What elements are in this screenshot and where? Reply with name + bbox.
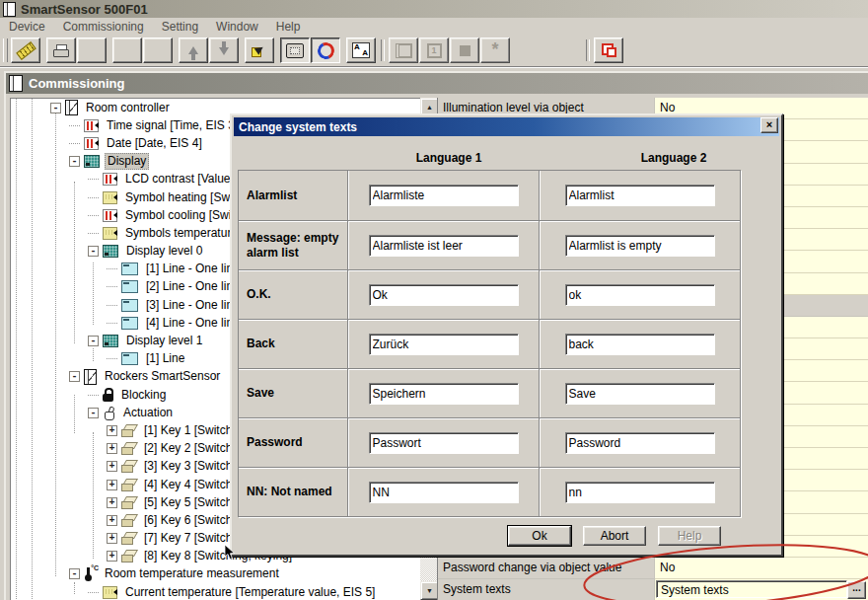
tree-item[interactable]: Current temperature [Temperature value, …: [11, 583, 421, 600]
property-edit[interactable]: System texts: [656, 580, 847, 598]
tree-expander-plus[interactable]: +: [107, 480, 117, 490]
toolbar-separator: [586, 39, 590, 61]
language1-input[interactable]: [369, 383, 519, 405]
move-down-button[interactable]: [209, 38, 239, 63]
list-view-button[interactable]: [112, 38, 142, 63]
menu-item-device[interactable]: Device: [0, 19, 54, 35]
device-icon: [65, 100, 78, 115]
language2-input[interactable]: [565, 383, 715, 405]
language1-input[interactable]: [369, 185, 519, 206]
line-icon: [121, 280, 138, 293]
dialog-title-bar[interactable]: Change system texts: [234, 117, 779, 136]
ellipsis-button[interactable]: ...: [847, 581, 866, 599]
tree-expander-plus[interactable]: +: [107, 497, 117, 508]
tree-expander-plus[interactable]: +: [107, 515, 117, 526]
language1-input[interactable]: [369, 284, 519, 306]
tree-item-label: [1] Line - One line: [143, 262, 243, 276]
language1-cell: [347, 320, 539, 368]
menu-item-help[interactable]: Help: [267, 19, 310, 35]
key-icon: [121, 532, 136, 545]
language2-header: Language 2: [575, 151, 772, 165]
tree-connector: [88, 233, 99, 234]
menu-item-window[interactable]: Window: [207, 19, 267, 35]
dialog-row-label: Password: [239, 418, 347, 467]
export-icon: [252, 43, 267, 57]
language2-input[interactable]: [565, 432, 715, 454]
tree-expander-minus[interactable]: -: [69, 568, 80, 579]
change-system-texts-dialog: Change system texts × Language 1 Languag…: [230, 113, 783, 557]
language2-input[interactable]: [565, 334, 715, 355]
tree-expander-plus[interactable]: +: [107, 443, 117, 454]
export-button[interactable]: [245, 38, 274, 63]
language2-cell: [539, 369, 740, 417]
tree-view-button[interactable]: [143, 38, 173, 63]
tree-expander-minus[interactable]: -: [88, 246, 99, 257]
menu-item-setting[interactable]: Setting: [153, 19, 207, 35]
print-button[interactable]: [46, 38, 76, 63]
app-icon: [3, 2, 16, 17]
tree-expander-minus[interactable]: -: [88, 408, 99, 418]
language1-input[interactable]: [369, 432, 519, 454]
dialog-row-label: Back: [239, 320, 347, 368]
device-icon: [84, 369, 97, 385]
toolbar-grip[interactable]: [3, 38, 8, 62]
property-row: System textsSystem texts...: [438, 579, 868, 600]
tree-item[interactable]: -Room temperature measurement: [11, 565, 421, 583]
tree-item-label: Blocking: [118, 388, 169, 403]
print-preview-button[interactable]: [77, 38, 107, 63]
language1-input[interactable]: [369, 235, 519, 257]
move-up-button[interactable]: [179, 38, 208, 63]
rename-icon: [352, 42, 370, 58]
toolbar-separator: [381, 39, 385, 61]
group-address-button[interactable]: [594, 38, 623, 63]
rename-button[interactable]: [346, 38, 376, 63]
language2-cell: [539, 270, 740, 319]
measure-button[interactable]: [11, 38, 40, 63]
tree-expander-minus[interactable]: -: [69, 156, 80, 167]
language2-input[interactable]: [565, 185, 715, 206]
tree-expander-minus[interactable]: -: [50, 103, 61, 113]
connect-icon: [396, 43, 412, 58]
tree-expander-plus[interactable]: +: [107, 551, 117, 562]
language2-input[interactable]: [565, 482, 715, 503]
flash-button: [480, 38, 510, 63]
dialog-row: Back: [239, 319, 740, 368]
close-icon[interactable]: ×: [760, 117, 778, 133]
move-down-icon: [219, 47, 229, 60]
comm-object-yellow-icon: [103, 586, 117, 599]
key-icon: [121, 460, 136, 473]
line-icon: [121, 352, 138, 365]
lock-icon: [103, 388, 113, 402]
main-title-bar[interactable]: SmartSensor 500F01: [0, 0, 868, 18]
tree-connector: [88, 197, 99, 198]
monitor-button[interactable]: [280, 38, 310, 63]
language2-input[interactable]: [565, 235, 715, 257]
line-icon: [121, 262, 138, 275]
language1-input[interactable]: [369, 334, 519, 355]
move-up-icon: [188, 41, 198, 54]
tree-expander-plus[interactable]: +: [107, 461, 117, 472]
tree-expander-minus[interactable]: -: [88, 336, 99, 346]
child-title-bar[interactable]: Commissioning: [6, 73, 868, 94]
tree-expander-plus[interactable]: +: [107, 425, 117, 436]
tree-expander-minus[interactable]: -: [69, 371, 80, 382]
tree-connector: [69, 125, 80, 126]
ok-button[interactable]: Ok: [508, 526, 571, 546]
dialog-row: Alarmlist: [239, 171, 740, 220]
language2-input[interactable]: [565, 284, 715, 306]
menu-item-commissioning[interactable]: Commissioning: [54, 19, 153, 35]
tree-expander-plus[interactable]: +: [107, 533, 117, 544]
language1-header: Language 1: [350, 151, 547, 165]
property-value[interactable]: No: [655, 558, 868, 579]
toolbar: [0, 35, 868, 67]
language2-cell: [539, 221, 740, 269]
line-icon: [121, 299, 138, 312]
sync-button[interactable]: [311, 38, 340, 63]
tree-connector: [88, 395, 99, 396]
tree-item-label: Current temperature [Temperature value, …: [122, 585, 378, 600]
language1-input[interactable]: [369, 482, 519, 503]
abort-button[interactable]: Abort: [583, 526, 646, 546]
comm-object-red-icon: [103, 173, 117, 186]
tree-connector: [107, 358, 117, 359]
thermometer-icon: [84, 567, 97, 581]
